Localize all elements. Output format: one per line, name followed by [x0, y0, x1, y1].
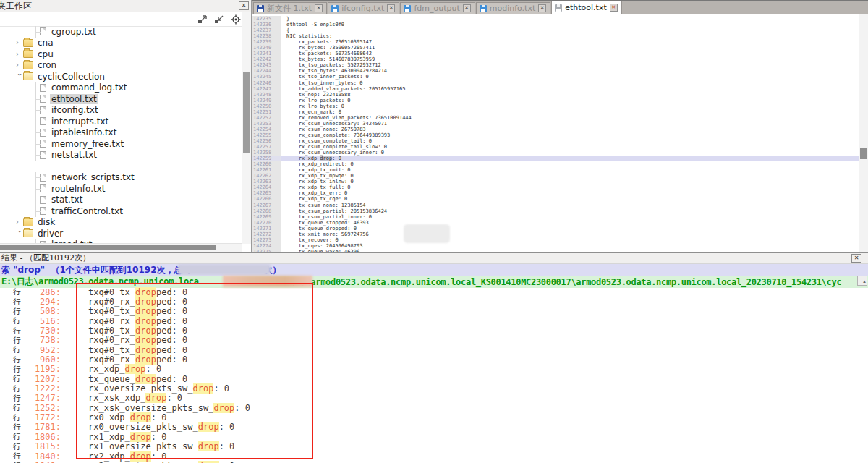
tree-item-label: cyclicCollection — [36, 72, 106, 82]
tree-item-stat-txt[interactable]: stat.txt — [0, 195, 242, 206]
result-line-text: rx2_xdp_drop: 0 — [88, 451, 166, 462]
tree-item-cron[interactable]: ›cron — [0, 60, 242, 72]
result-row[interactable]: 行1252:rx_xsk_oversize_pkts_sw_drop: 0 — [0, 403, 868, 412]
result-row[interactable]: 行286:txq#0_tx_dropped: 0 — [0, 287, 868, 297]
match-highlight: drop — [130, 432, 151, 442]
redaction-blur-editor — [404, 224, 450, 243]
editor-content[interactable]: 142235}142236ethtool -S enp1s0f0142237{1… — [252, 14, 859, 252]
result-row[interactable]: 行1815:rx1_oversize_pkts_sw_drop: 0 — [0, 442, 868, 451]
floppy-disk-icon — [404, 5, 411, 12]
result-row[interactable]: 行516:rxq#0_rx_dropped: 0 — [0, 316, 868, 326]
floppy-disk-icon — [331, 5, 339, 12]
result-row[interactable]: 行1247:rx_xsk_xdp_drop: 0 — [0, 394, 868, 403]
tree-item-cycliccollection[interactable]: ›cyclicCollection — [0, 71, 242, 82]
results-scrollbar-up[interactable]: ▲ — [857, 276, 867, 286]
chevron-right-icon[interactable]: › — [16, 218, 23, 226]
line-text: tx_queue_stopped: 46393 — [281, 220, 369, 226]
tab-label: ethtool.txt — [565, 3, 607, 12]
line-number: 142257 — [252, 144, 281, 150]
chevron-down-icon[interactable]: › — [16, 73, 23, 80]
editor-line: 142255 rx_csum_complete: 736449389393 — [252, 132, 859, 138]
tab-close-icon[interactable]: ✕ — [315, 4, 323, 12]
locate-file-icon[interactable] — [231, 14, 241, 25]
tree-item-ethtool-txt[interactable]: ethtool.txt — [0, 93, 242, 105]
editor-tab-ethtool-txt[interactable]: ethtool.txt✕ — [551, 1, 622, 14]
tree-item-disk[interactable]: ›disk — [0, 217, 242, 229]
tree-vscroll-thumb[interactable] — [243, 72, 250, 153]
result-row[interactable]: 行508:txq#0_tx_dropped: 0 — [0, 307, 868, 316]
result-line-number: 1806: — [23, 432, 61, 442]
line-number: 142245 — [252, 74, 281, 80]
tree-item-interrupts-txt[interactable]: interrupts.txt — [0, 116, 242, 127]
line-text: tx_bytes: 514607839753959 — [281, 56, 375, 62]
line-number: 142263 — [252, 179, 281, 184]
result-file-path-row[interactable]: E:\日志\armod0523.odata.ncmp.unicom.locar(… — [0, 276, 868, 288]
tree-item-ifconfig-txt[interactable]: ifconfig.txt — [0, 105, 242, 116]
result-line-number: 1815: — [23, 441, 61, 451]
result-row[interactable]: 行730:txq#0_tx_dropped: 0 — [0, 326, 868, 335]
tree-item-iptablesinfo-txt[interactable]: iptablesInfo.txt — [0, 127, 242, 139]
tree-item-command-log-txt[interactable]: command_log.txt — [0, 82, 242, 94]
expand-all-icon[interactable] — [197, 14, 208, 24]
tree-item-trafficcontrol-txt[interactable]: trafficControl.txt — [0, 205, 242, 217]
workspace-close-button[interactable]: ✕ — [239, 1, 249, 10]
tree-vertical-scrollbar[interactable] — [242, 12, 251, 244]
tab-close-icon[interactable]: ✕ — [610, 4, 618, 12]
tree-item-memory-free-txt[interactable]: memory_free.txt — [0, 138, 242, 150]
tab-close-icon[interactable]: ✕ — [387, 4, 395, 12]
chevron-right-icon[interactable]: › — [16, 39, 23, 46]
file-icon — [40, 184, 46, 192]
line-number: 142239 — [252, 39, 281, 45]
result-row[interactable]: 行294:rxq#0_rx_dropped: 0 — [0, 297, 868, 306]
line-number: 142241 — [252, 51, 281, 56]
result-row[interactable]: 行1195:rx_xdp_drop: 0 — [0, 365, 868, 374]
result-row[interactable]: 行738:rxq#0_rx_dropped: 0 — [0, 336, 868, 345]
result-row[interactable]: 行1781:rx0_oversize_pkts_sw_drop: 0 — [0, 422, 868, 432]
tree-item-driver[interactable]: ›driver — [0, 228, 242, 239]
match-highlight: drop — [135, 306, 156, 316]
result-line-text: txq#0_tx_dropped: 0 — [88, 306, 187, 316]
result-line-number: 1222: — [23, 383, 61, 394]
editor-line: 142260 rx_xdp_redirect: 0 — [252, 161, 859, 167]
editor-tab-ifconfig-txt[interactable]: ifconfig.txt✕ — [328, 2, 399, 14]
result-row[interactable]: 行1806:rx1_xdp_drop: 0 — [0, 432, 868, 441]
tree-item-label: memory_free.txt — [50, 139, 125, 149]
tree-item-network-scripts-txt[interactable]: network_scripts.txt — [0, 172, 242, 184]
result-line-number: 516: — [23, 316, 61, 326]
chevron-right-icon[interactable]: › — [16, 51, 23, 58]
editor-line: 142238NIC statistics: — [252, 33, 859, 39]
tree-item-routeinfo-txt[interactable]: routeInfo.txt — [0, 183, 242, 195]
tree-item-cna[interactable]: ›cna — [0, 38, 242, 49]
chevron-down-icon[interactable]: › — [16, 230, 23, 237]
editor-vscroll-thumb[interactable] — [860, 148, 867, 159]
editor-vertical-scrollbar[interactable] — [859, 14, 868, 252]
results-close-button[interactable]: ✕ — [851, 254, 861, 263]
tree-item-cpu[interactable]: ›cpu — [0, 48, 242, 60]
result-row[interactable]: 行1222:rx_oversize_pkts_sw_drop: 0 — [0, 383, 868, 393]
result-row[interactable]: 行1207:tx_queue_dropped: 0 — [0, 374, 868, 383]
file-icon — [40, 95, 46, 103]
editor-line: 142253 rx_csum_unnecessary: 34245971 — [252, 121, 859, 127]
editor-tab-modinfo-txt[interactable]: modinfo.txt✕ — [476, 2, 551, 14]
result-row[interactable]: 行1840:rx2_xdp_drop: 0 — [0, 451, 868, 461]
editor-line: 142263 rx_xdp_tx_inlnw: 0 — [252, 179, 859, 184]
line-text: rx_csum_none: 26759783 — [281, 127, 366, 132]
result-row[interactable]: 行952:txq#0_tx_dropped: 0 — [0, 345, 868, 354]
chevron-right-icon[interactable]: › — [16, 61, 23, 69]
tab-close-icon[interactable]: ✕ — [463, 4, 471, 12]
tree-item-cgroup-txt[interactable]: cgroup.txt — [0, 26, 242, 38]
result-row[interactable]: 行1772:rx0_xdp_drop: 0 — [0, 412, 868, 422]
tree-item-netstat-txt[interactable]: netstat.txt — [0, 150, 242, 161]
tab-label: fdm_output — [414, 4, 459, 13]
result-line-text: rx_xdp_drop: 0 — [88, 364, 161, 374]
collapse-all-icon[interactable] — [214, 14, 224, 24]
editor-line: 142239 rx_packets: 736510395147 — [252, 39, 859, 45]
result-row[interactable]: 行960:rxq#0_rx_dropped: 0 — [0, 354, 868, 364]
editor-tab-fdm-output[interactable]: fdm_output✕ — [400, 2, 475, 14]
line-text: tx_tso_bytes: 463099429284214 — [281, 68, 387, 74]
tab-close-icon[interactable]: ✕ — [538, 4, 546, 12]
tree-hscroll-thumb[interactable] — [0, 245, 216, 250]
line-text: rx_xdp_tx_xmit: 0 — [281, 167, 351, 173]
editor-tab--1-txt[interactable]: 新文件 1.txt✕ — [253, 2, 327, 14]
tree-horizontal-scrollbar[interactable] — [0, 243, 242, 252]
